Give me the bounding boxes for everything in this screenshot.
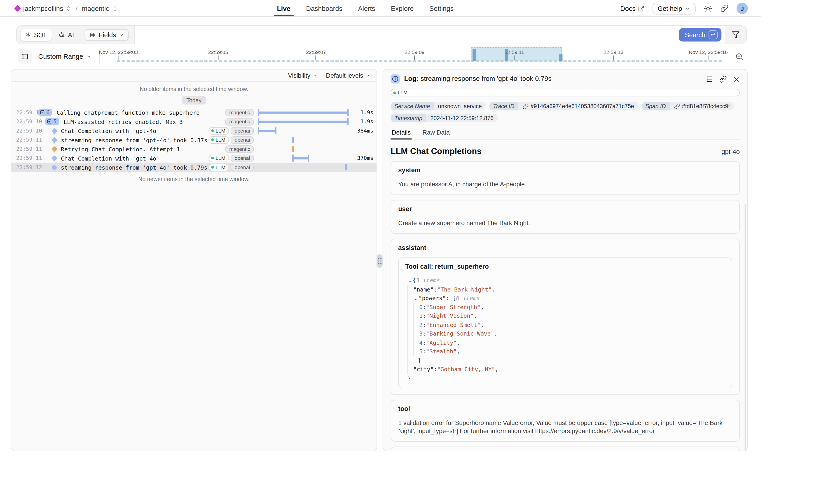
log-row[interactable]: 22:59:12streaming response from 'gpt-4o'… [11,163,377,172]
instant-tick [292,137,294,143]
org-selector[interactable]: jackmpcollins [23,4,63,12]
timeline-tick: 22:59:11 [505,49,524,60]
attribute-pill[interactable]: Timestamp2024-11-12 22:59:12.876 [390,114,498,122]
get-help-button[interactable]: Get help [652,2,696,14]
default-levels-dropdown[interactable]: Default levels [326,72,370,79]
sql-mode-button[interactable]: SQL [21,29,52,41]
tab-explore[interactable]: Explore [391,0,413,17]
indent-guide [407,329,413,338]
collapse-minus-icon [40,110,45,115]
log-row[interactable]: 22:59:11streaming response from 'gpt-4o'… [11,135,377,145]
zoom-in-icon[interactable] [735,52,743,61]
time-range-selector[interactable]: Custom Range [38,53,92,60]
span-bar [258,129,276,132]
log-duration: 384ms [353,127,377,134]
project-selector[interactable]: magentic [82,4,109,12]
json-token: "Agility" [426,338,457,347]
collapse-sidebar-button[interactable] [18,49,32,64]
ai-mode-button[interactable]: AI [54,29,78,41]
log-tags: LLMopenai [209,154,254,162]
fields-button[interactable]: Fields [85,29,129,41]
attribute-label: Timestamp [390,114,426,122]
log-row[interactable]: 22:59:11Chat Completion with 'gpt-4o'LLM… [11,153,377,163]
copy-link-icon[interactable] [719,75,727,83]
span-bar-cap [292,155,293,162]
log-row[interactable]: 22:59:106Calling chatprompt-function mak… [11,108,377,117]
search-button[interactable]: Search ↵ [679,28,722,42]
attribute-label: Service Name [390,102,434,111]
tag-llm: LLM [209,164,229,171]
panel-resize-handle[interactable] [377,254,382,268]
log-message: streaming response from 'gpt-4o' took 0.… [61,164,209,170]
info-icon [390,74,400,83]
today-badge[interactable]: Today [182,96,207,104]
json-token: "name" [413,285,434,293]
span-bar-cap [258,118,259,125]
tick-mark [708,55,708,60]
tag-magentic: magentic [225,118,254,125]
info-circle-icon [392,75,399,82]
tag-magentic: magentic [225,145,254,153]
collapse-chevron-icon[interactable]: ⌄ [413,293,418,302]
span-duration-bar-zone [257,153,353,163]
log-row[interactable]: 22:59:10Chat Completion with 'gpt-4o'LLM… [11,126,377,135]
json-token: ] [418,356,421,365]
log-row[interactable]: 22:59:11Retrying Chat Completion. Attemp… [11,144,377,153]
attribute-pill[interactable]: Service Nameunknown_service [390,102,486,111]
log-duration: 370ms [353,155,377,161]
log-timestamp: 22:59:10 [11,119,38,124]
timeline-tick: Nov 12, 22:59:16 [689,49,728,60]
docs-link[interactable]: Docs [620,4,644,12]
tag-llm: LLM [209,154,229,162]
enter-key-icon: ↵ [709,30,718,40]
indent-guide [413,347,419,356]
detail-tab-details[interactable]: Details [390,129,411,139]
json-token: , [494,329,498,338]
span-bar-cap [258,127,259,134]
timeline-row: Custom Range Nov 12, 22:59:0322:59:0522:… [16,47,747,66]
filter-group [724,26,746,44]
filter-funnel-icon[interactable] [732,31,740,39]
timeline-tick: 22:59:05 [208,49,228,60]
histogram-bar [472,49,475,61]
span-duration-bar-zone [257,126,353,135]
search-input[interactable] [135,26,679,44]
split-panel-icon[interactable] [706,75,713,83]
tag-openai: openai [231,164,254,171]
log-row-tree: 6 [38,109,52,116]
attribute-pill[interactable]: Span ID#fd81e8f78c4ecc9f [641,102,734,111]
tab-live[interactable]: Live [277,0,290,17]
sort-chevrons-icon[interactable] [113,5,117,12]
indent-guide [407,365,413,374]
avatar[interactable]: J [737,3,748,14]
log-timestamp: 22:59:10 [11,109,38,115]
detail-tab-raw-data[interactable]: Raw Data [422,129,451,139]
message-role: user [398,205,732,213]
close-icon[interactable] [733,76,740,82]
chat-messages: systemYou are professor A, in charge of … [390,161,740,451]
timeline-strip[interactable]: Nov 12, 22:59:0322:59:0522:59:0722:59:09… [102,47,730,66]
message-card-assistant: assistantTool call: return_superhero⌄{ 3… [390,239,740,395]
log-message: Chat Completion with 'gpt-4o' [61,127,209,134]
tab-dashboards[interactable]: Dashboards [306,0,342,17]
json-token: : [423,311,426,320]
green-dot-icon [211,138,214,141]
tick-mark [118,55,119,60]
collapse-chevron-icon[interactable]: ⌄ [407,276,412,285]
span-bar-cap [308,155,309,162]
attribute-pill[interactable]: Trace ID#9146a6974e4e6140538043607a71c75… [489,102,638,111]
visibility-dropdown[interactable]: Visibility [288,72,317,79]
collapse-count-badge[interactable]: 6 [38,109,52,116]
log-duration: 1.9s [353,109,377,115]
instant-tick [292,146,294,152]
tool-call-title: Tool call: return_superhero [405,263,725,270]
share-link-icon[interactable] [720,4,729,13]
theme-sun-icon[interactable] [704,4,712,13]
message-text: 1 validation error for Superhero name Va… [398,419,732,435]
tab-alerts[interactable]: Alerts [358,0,375,17]
scrollbar-thumb[interactable] [745,204,746,451]
log-rows: 22:59:106Calling chatprompt-function mak… [11,108,377,172]
log-row[interactable]: 22:59:105LLM-assisted retries enabled. M… [11,117,377,126]
sort-chevrons-icon[interactable] [66,5,71,12]
tab-settings[interactable]: Settings [429,0,454,17]
